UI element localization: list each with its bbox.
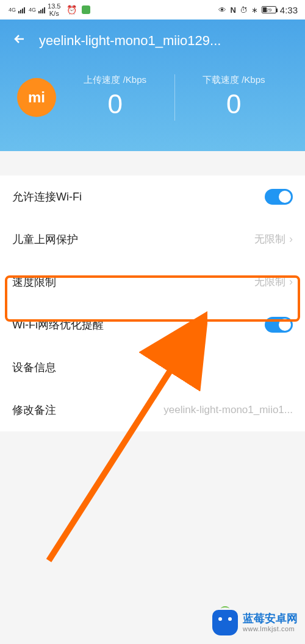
status-time: 4:33 — [280, 5, 298, 15]
network-type-1: 4G — [9, 7, 16, 13]
watermark-title: 蓝莓安卓网 — [243, 612, 298, 626]
download-value: 0 — [175, 88, 293, 121]
upload-speed-col: 上传速度 /Kbps 0 — [56, 74, 174, 121]
watermark: 蓝莓安卓网 www.lmkjst.com — [212, 610, 298, 635]
speed-limit-label: 速度限制 — [12, 275, 56, 289]
wifi-allow-toggle[interactable] — [265, 189, 293, 205]
device-info-row[interactable]: 设备信息 — [0, 346, 305, 389]
settings-list: 允许连接Wi-Fi 儿童上网保护 无限制 › 速度限制 无限制 › Wi-Fi网… — [0, 175, 305, 431]
chevron-right-icon: › — [289, 233, 293, 246]
modify-note-row[interactable]: 修改备注 yeelink-light-mono1_miio1... — [0, 389, 305, 431]
brand-logo: mi — [17, 78, 56, 117]
modify-note-value: yeelink-light-mono1_miio1... — [163, 404, 293, 416]
speed-limit-value: 无限制 › — [254, 275, 293, 289]
clock-icon: ⏱ — [240, 5, 248, 15]
alarm-icon: ⏰ — [66, 5, 77, 15]
status-right: 👁 N ⏱ ∗ 29 4:33 — [218, 5, 298, 15]
nfc-icon: N — [230, 5, 235, 15]
bluetooth-icon: ∗ — [251, 5, 258, 15]
network-type-2: 4G — [29, 7, 36, 13]
nav-row: yeelink-light-mono1_miio129... — [12, 19, 293, 62]
back-button[interactable] — [12, 31, 27, 51]
wifi-optimize-row[interactable]: Wi-Fi网络优化提醒 — [0, 303, 305, 346]
watermark-url: www.lmkjst.com — [243, 625, 298, 633]
battery-icon: 29 — [262, 6, 276, 13]
network-speed: 13.5 K/s — [48, 2, 60, 17]
child-protect-label: 儿童上网保护 — [12, 232, 78, 247]
speed-section: mi 上传速度 /Kbps 0 下载速度 /Kbps 0 — [12, 62, 293, 121]
signal-bars-2 — [38, 6, 45, 13]
wifi-optimize-toggle[interactable] — [265, 317, 293, 333]
upload-value: 0 — [56, 88, 174, 121]
upload-label: 上传速度 /Kbps — [56, 74, 174, 86]
speed-unit: K/s — [48, 10, 60, 17]
speed-columns: 上传速度 /Kbps 0 下载速度 /Kbps 0 — [56, 74, 293, 121]
modify-note-value-text: yeelink-light-mono1_miio1... — [163, 404, 293, 416]
eye-protect-icon: 👁 — [218, 5, 226, 15]
child-protect-value: 无限制 › — [254, 232, 293, 246]
modify-note-label: 修改备注 — [12, 403, 56, 417]
wifi-allow-label: 允许连接Wi-Fi — [12, 189, 82, 204]
battery-percent: 29 — [266, 7, 271, 13]
header: yeelink-light-mono1_miio129... mi 上传速度 /… — [0, 19, 305, 151]
wifi-allow-row[interactable]: 允许连接Wi-Fi — [0, 175, 305, 218]
speed-limit-row[interactable]: 速度限制 无限制 › — [0, 261, 305, 303]
status-bar: 4G 4G 13.5 K/s ⏰ 👁 N ⏱ ∗ 29 4:33 — [0, 0, 305, 19]
speed-limit-value-text: 无限制 — [254, 275, 285, 289]
chevron-right-icon: › — [289, 275, 293, 288]
download-label: 下载速度 /Kbps — [175, 74, 293, 86]
child-protect-row[interactable]: 儿童上网保护 无限制 › — [0, 218, 305, 261]
watermark-logo — [212, 610, 238, 635]
watermark-text: 蓝莓安卓网 www.lmkjst.com — [243, 612, 298, 634]
wifi-optimize-label: Wi-Fi网络优化提醒 — [12, 317, 104, 332]
download-speed-col: 下载速度 /Kbps 0 — [174, 74, 293, 121]
shield-icon — [82, 5, 90, 14]
speed-number: 13.5 — [48, 2, 60, 10]
status-left: 4G 4G 13.5 K/s ⏰ — [7, 2, 90, 17]
brand-text: mi — [28, 89, 45, 106]
child-protect-value-text: 无限制 — [254, 232, 285, 246]
page-title: yeelink-light-mono1_miio129... — [39, 33, 293, 49]
signal-bars-1 — [18, 6, 25, 13]
device-info-label: 设备信息 — [12, 360, 56, 375]
